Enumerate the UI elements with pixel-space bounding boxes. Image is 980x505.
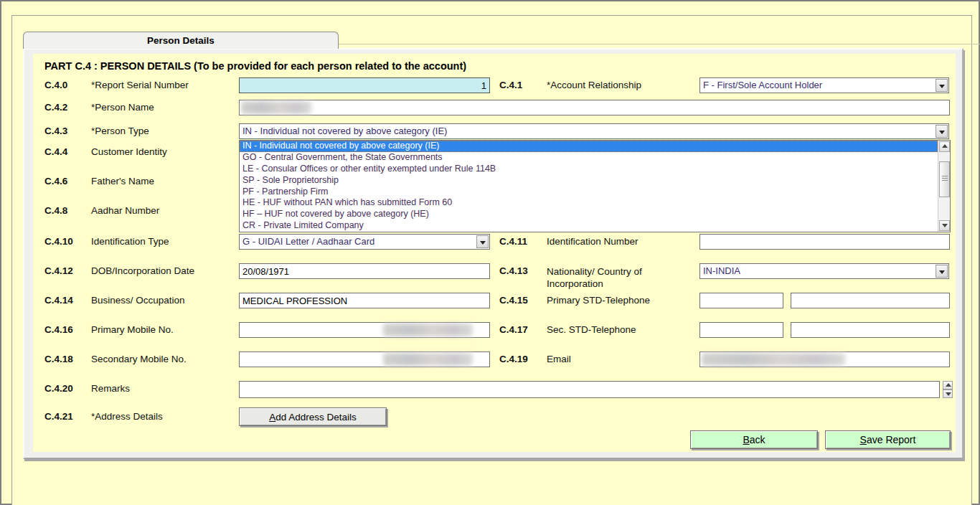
options-scrollbar[interactable] — [938, 141, 950, 232]
primary-std-code-input[interactable] — [699, 293, 783, 308]
identification-type-select[interactable]: G - UIDAI Letter / Aadhaar Card — [239, 234, 490, 250]
field-label: Identification Type — [91, 234, 169, 250]
remarks-input[interactable] — [239, 381, 940, 398]
field-number: C.4.8 — [44, 203, 67, 219]
field-label: Remarks — [91, 381, 130, 397]
option-item[interactable]: CR - Private Limited Company — [240, 220, 938, 232]
person-name-input[interactable] — [239, 100, 950, 115]
tab-person-details[interactable]: Person Details — [23, 32, 339, 49]
redacted-value — [702, 353, 845, 366]
field-label: *Report Serial Number — [91, 77, 189, 93]
primary-telephone-input[interactable] — [791, 293, 950, 308]
scrollbar-thumb[interactable] — [939, 161, 950, 197]
option-item[interactable]: HE - HUF without PAN which has submitted… — [240, 197, 938, 209]
field-number: C.4.20 — [44, 381, 73, 397]
option-item[interactable]: LE - Consular Offices or other entity ex… — [240, 164, 938, 175]
scroll-up-icon[interactable] — [943, 381, 953, 390]
selected-value: IN-INDIA — [703, 264, 934, 278]
scroll-up-icon[interactable] — [939, 141, 950, 152]
remarks-scrollbar[interactable] — [943, 381, 953, 398]
report-serial-number-input[interactable] — [239, 77, 490, 93]
application-window: PART C: PERSON DETAILS Person Details PA… — [0, 0, 980, 505]
redacted-value — [383, 324, 473, 336]
field-label: Primary STD-Telephone — [547, 293, 650, 308]
person-type-options-list: IN - Individual not covered by above cat… — [239, 140, 951, 232]
field-label: *Account Relationship — [547, 77, 641, 93]
save-report-button[interactable]: Save Report — [825, 430, 951, 449]
field-label: Customer Identity — [91, 144, 167, 160]
field-number: C.4.11 — [499, 234, 527, 250]
field-label: Email — [547, 351, 571, 367]
selected-value: G - UIDAI Letter / Aadhaar Card — [242, 235, 475, 249]
nationality-select[interactable]: IN-INDIA — [699, 263, 949, 279]
redacted-value — [383, 353, 473, 366]
field-label: *Person Name — [91, 100, 154, 115]
field-label: *Address Details — [91, 409, 163, 425]
email-input[interactable] — [699, 351, 950, 367]
person-type-select[interactable]: IN - Individual not covered by above cat… — [239, 123, 949, 139]
primary-mobile-input[interactable] — [239, 322, 490, 338]
option-item[interactable]: SP - Sole Proprietorship — [240, 175, 938, 187]
field-label: Sec. STD-Telephone — [547, 322, 636, 338]
field-label: Business/ Occupation — [91, 293, 185, 308]
selected-value: IN - Individual not covered by above cat… — [242, 124, 934, 138]
dropdown-arrow-icon[interactable] — [476, 235, 489, 248]
redacted-value — [241, 101, 311, 114]
scroll-down-icon[interactable] — [939, 220, 950, 231]
field-number: C.4.0 — [44, 77, 67, 93]
secondary-mobile-input[interactable] — [239, 351, 490, 367]
field-number: C.4.16 — [44, 322, 73, 338]
field-label: Aadhar Number — [91, 203, 159, 219]
option-item[interactable]: PF - Partnership Firm — [240, 187, 938, 198]
identification-number-input[interactable] — [699, 234, 950, 250]
business-occupation-input[interactable] — [239, 293, 490, 308]
selected-value: F - First/Sole Account Holder — [703, 78, 934, 93]
field-label: *Person Type — [91, 123, 149, 139]
field-number: C.4.19 — [499, 351, 528, 367]
field-number: C.4.3 — [44, 123, 67, 139]
field-number: C.4.6 — [44, 174, 67, 189]
field-number: C.4.4 — [44, 144, 67, 160]
option-item[interactable]: GO - Central Government, the State Gover… — [240, 152, 938, 164]
back-button[interactable]: Back — [690, 430, 818, 449]
field-label: Identification Number — [547, 234, 639, 250]
add-address-details-button[interactable]: Add Address Details — [239, 407, 387, 426]
field-number: C.4.12 — [44, 263, 73, 279]
field-label: Nationality/ Country of Incorporation — [547, 263, 690, 290]
field-number: C.4.18 — [44, 351, 73, 367]
account-relationship-select[interactable]: F - First/Sole Account Holder — [699, 77, 949, 93]
form-title: PART C.4 : PERSON DETAILS (To be provide… — [44, 60, 466, 72]
field-number: C.4.17 — [499, 322, 528, 338]
field-number: C.4.13 — [499, 263, 528, 279]
option-item[interactable]: IN - Individual not covered by above cat… — [240, 141, 938, 152]
dropdown-arrow-icon[interactable] — [936, 125, 948, 138]
dropdown-arrow-icon[interactable] — [936, 79, 948, 92]
field-number: C.4.14 — [44, 293, 73, 308]
field-number: C.4.21 — [44, 409, 73, 425]
field-label: DOB/Incorporation Date — [91, 263, 194, 279]
field-number: C.4.1 — [499, 77, 522, 93]
field-label: Primary Mobile No. — [91, 322, 174, 338]
secondary-std-code-input[interactable] — [699, 322, 783, 338]
field-number: C.4.2 — [44, 100, 67, 115]
dropdown-arrow-icon[interactable] — [936, 265, 948, 278]
scroll-down-icon[interactable] — [943, 390, 953, 398]
option-item[interactable]: HF – HUF not covered by above category (… — [240, 209, 938, 220]
field-label: Secondary Mobile No. — [91, 351, 187, 367]
field-number: C.4.10 — [44, 234, 73, 250]
secondary-telephone-input[interactable] — [791, 322, 950, 338]
field-label: Father's Name — [91, 174, 154, 189]
dob-incorporation-date-input[interactable] — [239, 263, 490, 279]
field-number: C.4.15 — [499, 293, 528, 308]
